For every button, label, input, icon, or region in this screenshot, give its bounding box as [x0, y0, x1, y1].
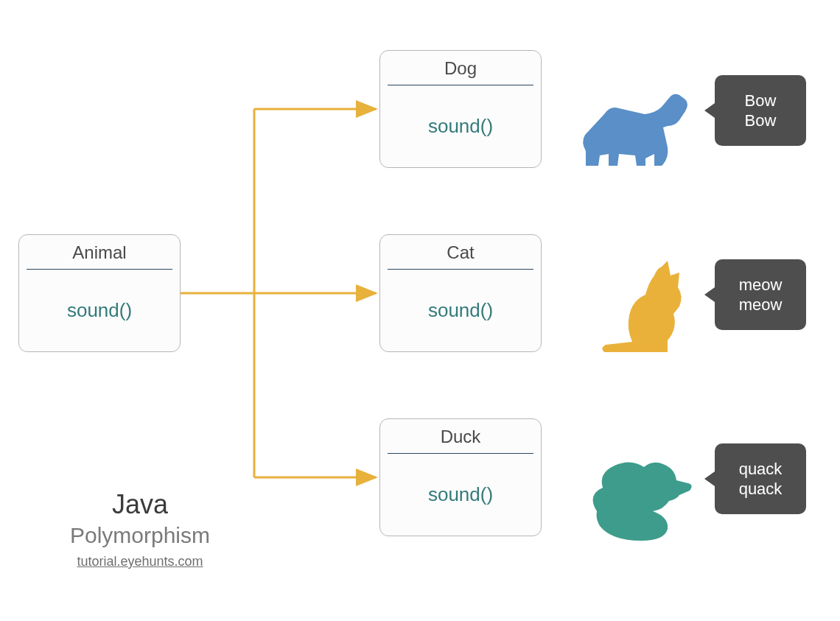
speech-text: BowBow — [745, 91, 777, 131]
class-method: sound() — [428, 299, 493, 322]
class-title: Duck — [388, 419, 533, 454]
cat-icon — [597, 258, 700, 364]
class-box-dog: Dog sound() — [379, 50, 542, 168]
caption-source-link[interactable]: tutorial.eyehunts.com — [77, 554, 203, 569]
class-box-animal: Animal sound() — [18, 234, 181, 352]
class-method: sound() — [428, 115, 493, 138]
speech-bubble-duck: quackquack — [715, 443, 806, 514]
caption-block: Java Polymorphism tutorial.eyehunts.com — [44, 489, 236, 569]
caption-title: Java — [44, 489, 236, 520]
speech-bubble-dog: BowBow — [715, 75, 806, 146]
class-method: sound() — [428, 483, 493, 506]
speech-text: meowmeow — [739, 275, 783, 315]
polymorphism-diagram: Animal sound() Dog sound() BowBow Cat so… — [0, 0, 840, 621]
class-method: sound() — [67, 299, 132, 322]
class-box-duck: Duck sound() — [379, 418, 542, 536]
duck-icon — [582, 443, 700, 550]
class-box-cat: Cat sound() — [379, 234, 542, 352]
class-title: Cat — [388, 235, 533, 270]
speech-bubble-cat: meowmeow — [715, 259, 806, 330]
speech-text: quackquack — [739, 459, 783, 499]
class-title: Animal — [27, 235, 172, 270]
caption-subtitle: Polymorphism — [44, 523, 236, 548]
class-title: Dog — [388, 51, 533, 85]
dog-icon — [575, 77, 693, 176]
